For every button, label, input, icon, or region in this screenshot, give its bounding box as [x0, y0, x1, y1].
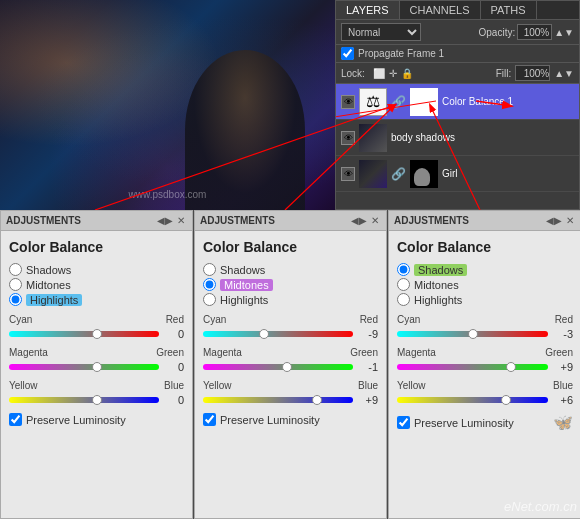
fill-arrows[interactable]: ▲▼ [554, 68, 574, 79]
adj-content-1: Color Balance Shadows Midtones Highlight… [1, 231, 192, 434]
slider-track-yb-2[interactable] [203, 397, 353, 403]
enet-watermark: eNet.com.cn [504, 499, 577, 514]
adj-close-btn-2[interactable]: ✕ [369, 215, 381, 226]
tab-layers[interactable]: LAYERS [336, 1, 400, 19]
fill-label: Fill: [496, 68, 512, 79]
lock-all-icon[interactable]: 🔒 [401, 68, 413, 79]
propagate-checkbox[interactable] [341, 47, 354, 60]
slider-row-mag-grn-1: Magenta Green 0 [9, 347, 184, 374]
layer-body-shadows[interactable]: 👁 body shadows [336, 120, 579, 156]
tone-option-shadows-1[interactable]: Shadows [9, 263, 184, 276]
lock-move-icon[interactable]: ✛ [389, 68, 397, 79]
preserve-row-2: Preserve Luminosity [203, 413, 378, 426]
slider-thumb-yb-3[interactable] [501, 395, 511, 405]
slider-thumb-mg-3[interactable] [506, 362, 516, 372]
slider-labels-cr-3: Cyan Red [397, 314, 573, 325]
fill-input[interactable] [515, 65, 550, 81]
slider-thumb-cr-2[interactable] [259, 329, 269, 339]
layer-girl[interactable]: 👁 🔗 Girl [336, 156, 579, 192]
label-yellow-2: Yellow [203, 380, 232, 391]
label-green-3: Green [545, 347, 573, 358]
tone-option-highlights-1[interactable]: Highlights [9, 293, 184, 306]
slider-track-yb-3[interactable] [397, 397, 548, 403]
slider-labels-mg-1: Magenta Green [9, 347, 184, 358]
slider-row-mg-2: Magenta Green -1 [203, 347, 378, 374]
label-cyan-2: Cyan [203, 314, 226, 325]
slider-value-mg-1: 0 [164, 361, 184, 373]
slider-thumb-cr-1[interactable] [92, 329, 102, 339]
tone-section-3: Shadows Midtones Highlights [397, 263, 573, 306]
slider-track-mg-3[interactable] [397, 364, 548, 370]
slider-mg-2: -1 [203, 360, 378, 374]
label-red-2: Red [360, 314, 378, 325]
slider-row-mg-3: Magenta Green +9 [397, 347, 573, 374]
label-blue-2: Blue [358, 380, 378, 391]
layers-toolbar: Normal Opacity: ▲▼ [336, 20, 579, 45]
adj-panel-3: ADJUSTMENTS ◀▶ ✕ Color Balance Shadows M… [388, 210, 580, 519]
slider-row-yb-2: Yellow Blue +9 [203, 380, 378, 407]
tone-option-highlights-2[interactable]: Highlights [203, 293, 378, 306]
tone-option-midtones-1[interactable]: Midtones [9, 278, 184, 291]
slider-thumb-yb-1[interactable] [92, 395, 102, 405]
opacity-arrows[interactable]: ▲▼ [554, 27, 574, 38]
slider-row-yel-blu-1: Yellow Blue 0 [9, 380, 184, 407]
adj-header-1: ADJUSTMENTS ◀▶ ✕ [1, 211, 192, 231]
label-yellow-3: Yellow [397, 380, 426, 391]
layer-eye-cb1[interactable]: 👁 [341, 95, 355, 109]
slider-mg-1: 0 [9, 360, 184, 374]
opacity-input[interactable] [517, 24, 552, 40]
layer-eye-girl[interactable]: 👁 [341, 167, 355, 181]
tab-channels[interactable]: CHANNELS [400, 1, 481, 19]
layer-color-balance-1[interactable]: 👁 ⚖ 🔗 Color Balance 1 [336, 84, 579, 120]
tone-option-shadows-3[interactable]: Shadows [397, 263, 573, 276]
slider-value-yb-3: +6 [553, 394, 573, 406]
tone-section-1: Shadows Midtones Highlights [9, 263, 184, 306]
slider-thumb-mg-2[interactable] [282, 362, 292, 372]
layer-eye-bs[interactable]: 👁 [341, 131, 355, 145]
slider-mg-3: +9 [397, 360, 573, 374]
slider-thumb-mg-1[interactable] [92, 362, 102, 372]
label-cyan-1: Cyan [9, 314, 32, 325]
tab-paths[interactable]: PATHS [481, 1, 537, 19]
preserve-row-3: Preserve Luminosity 🦋 [397, 413, 573, 432]
slider-track-cr-2[interactable] [203, 331, 353, 337]
tone-option-midtones-2[interactable]: Midtones [203, 278, 378, 291]
adj-header-2: ADJUSTMENTS ◀▶ ✕ [195, 211, 386, 231]
label-red-1: Red [166, 314, 184, 325]
adj-menu-btn-1[interactable]: ◀▶ [155, 215, 175, 226]
label-green-2: Green [350, 347, 378, 358]
adj-close-btn-1[interactable]: ✕ [175, 215, 187, 226]
lock-pixel-icon[interactable]: ⬜ [373, 68, 385, 79]
blend-mode-select[interactable]: Normal [341, 23, 421, 41]
adj-menu-btn-2[interactable]: ◀▶ [349, 215, 369, 226]
preserve-checkbox-3[interactable] [397, 416, 410, 429]
preserve-checkbox-2[interactable] [203, 413, 216, 426]
butterfly-icon: 🦋 [553, 413, 573, 432]
label-magenta-3: Magenta [397, 347, 436, 358]
slider-yb-1: 0 [9, 393, 184, 407]
slider-labels-yb-1: Yellow Blue [9, 380, 184, 391]
slider-track-mg-1[interactable] [9, 364, 159, 370]
slider-track-yb-1[interactable] [9, 397, 159, 403]
slider-row-yb-3: Yellow Blue +6 [397, 380, 573, 407]
adj-close-btn-3[interactable]: ✕ [564, 215, 576, 226]
slider-track-cr-1[interactable] [9, 331, 159, 337]
preserve-label-3: Preserve Luminosity [414, 417, 514, 429]
slider-value-mg-2: -1 [358, 361, 378, 373]
adj-title-2: Color Balance [203, 239, 378, 255]
label-green-1: Green [156, 347, 184, 358]
layer-name-girl: Girl [442, 168, 574, 179]
adj-title-3: Color Balance [397, 239, 573, 255]
slider-thumb-yb-2[interactable] [312, 395, 322, 405]
preserve-label-1: Preserve Luminosity [26, 414, 126, 426]
tone-option-midtones-3[interactable]: Midtones [397, 278, 573, 291]
adj-menu-btn-3[interactable]: ◀▶ [544, 215, 564, 226]
tone-option-shadows-2[interactable]: Shadows [203, 263, 378, 276]
slider-track-mg-2[interactable] [203, 364, 353, 370]
lock-label: Lock: [341, 68, 365, 79]
adj-header-title-3: ADJUSTMENTS [394, 215, 544, 226]
layer-link-cb1: 🔗 [391, 95, 406, 109]
slider-thumb-cr-3[interactable] [468, 329, 478, 339]
preserve-checkbox-1[interactable] [9, 413, 22, 426]
tone-option-highlights-3[interactable]: Highlights [397, 293, 573, 306]
